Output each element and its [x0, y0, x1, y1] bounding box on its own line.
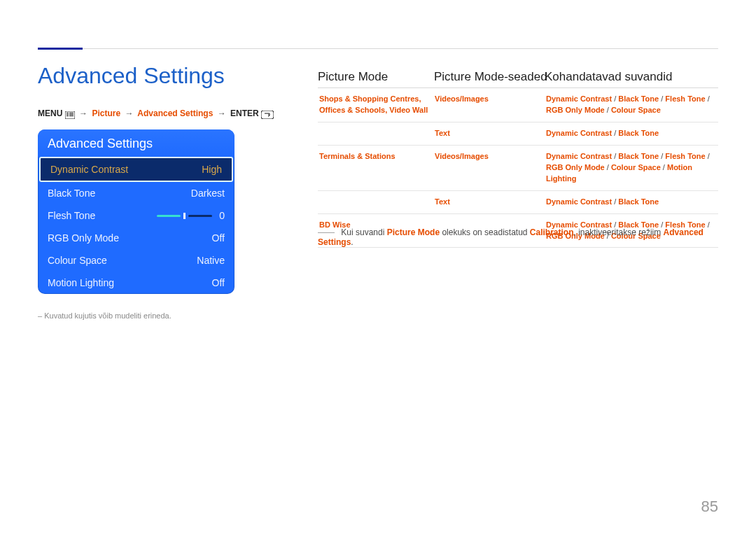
- cell-options: Dynamic Contrast / Black Tone / Flesh To…: [545, 146, 718, 190]
- svg-rect-2: [66, 114, 69, 115]
- footnote-em: Calibration: [530, 227, 574, 237]
- page-number: 85: [701, 498, 718, 516]
- footnote-text: olekuks on seadistatud: [440, 227, 530, 237]
- cell-options: Dynamic Contrast / Black Tone / Flesh To…: [545, 88, 718, 122]
- column-header-picture-mode: Picture Mode: [318, 70, 388, 84]
- osd-row-value: Native: [197, 255, 225, 266]
- osd-row[interactable]: Black ToneDarkest: [38, 182, 234, 204]
- osd-row-value: 0: [219, 210, 225, 221]
- osd-row-label: Motion Lighting: [48, 277, 114, 288]
- breadcrumb-crumb: Picture: [92, 108, 120, 118]
- osd-row-value: Off: [212, 232, 225, 244]
- table-row: TextDynamic Contrast / Black Tone: [318, 191, 718, 214]
- footnote-em: Picture Mode: [387, 227, 440, 237]
- breadcrumb-arrow: →: [218, 108, 226, 118]
- breadcrumb: MENU → Picture → Advanced Settings → ENT…: [38, 108, 274, 119]
- osd-panel: Advanced Settings Dynamic ContrastHighBl…: [38, 129, 234, 294]
- table-row: Shops & Shopping Centres, Offices & Scho…: [318, 88, 718, 122]
- osd-row-label: RGB Only Mode: [48, 232, 119, 244]
- column-header-picture-mode-seaded: Picture Mode-seaded: [434, 70, 547, 84]
- svg-rect-4: [69, 113, 74, 113]
- osd-row[interactable]: Dynamic ContrastHigh: [39, 157, 233, 182]
- footnote-text: Kui suvandi: [341, 227, 386, 237]
- osd-row-value: High: [202, 164, 222, 175]
- breadcrumb-arrow: →: [79, 108, 88, 118]
- cell-picture-mode-seaded: Text: [433, 191, 545, 213]
- osd-row-label: Flesh Tone: [48, 210, 95, 221]
- cell-picture-mode-seaded: Text: [433, 122, 545, 145]
- osd-row-label: Black Tone: [48, 188, 95, 199]
- menu-icon: [65, 109, 75, 119]
- cell-picture-mode-seaded: Videos/Images: [433, 146, 545, 190]
- osd-row-value: Off: [212, 277, 225, 288]
- cell-picture-mode: [318, 122, 433, 145]
- breadcrumb-crumb: Advanced Settings: [137, 108, 213, 118]
- enter-icon: [261, 109, 274, 119]
- osd-row[interactable]: RGB Only ModeOff: [38, 227, 234, 249]
- table-row: TextDynamic Contrast / Black Tone: [318, 122, 718, 146]
- osd-row-label: Dynamic Contrast: [50, 164, 128, 175]
- footnote: ―― Kui suvandi Picture Mode olekuks on s…: [318, 227, 718, 247]
- cell-options: Dynamic Contrast / Black Tone: [545, 122, 718, 145]
- osd-row-label: Colour Space: [48, 255, 107, 266]
- slider-icon: [157, 213, 212, 219]
- osd-title: Advanced Settings: [38, 129, 234, 157]
- osd-row-value: Darkest: [191, 188, 225, 199]
- cell-picture-mode-seaded: Videos/Images: [433, 88, 545, 122]
- accent-bar: [38, 48, 83, 50]
- osd-caption: – Kuvatud kujutis võib mudeliti erineda.: [38, 311, 172, 320]
- svg-rect-1: [66, 113, 69, 113]
- svg-rect-5: [69, 114, 74, 115]
- svg-rect-3: [66, 115, 69, 116]
- osd-row[interactable]: Motion LightingOff: [38, 272, 234, 294]
- svg-rect-7: [261, 111, 274, 119]
- cell-picture-mode: Terminals & Stations: [318, 146, 433, 190]
- cell-options: Dynamic Contrast / Black Tone: [545, 191, 718, 213]
- top-divider: [38, 48, 718, 49]
- osd-row[interactable]: Flesh Tone0: [38, 204, 234, 227]
- manual-page: Advanced Settings MENU → Picture → Advan…: [0, 0, 756, 534]
- breadcrumb-arrow: →: [125, 108, 133, 118]
- breadcrumb-menu-label: MENU: [38, 108, 62, 118]
- cell-picture-mode: [318, 191, 433, 213]
- table-row: Terminals & StationsVideos/ImagesDynamic…: [318, 146, 718, 191]
- column-header-kohandatavad-suvandid: Kohandatavad suvandid: [545, 70, 672, 84]
- page-title: Advanced Settings: [38, 63, 225, 89]
- cell-picture-mode: Shops & Shopping Centres, Offices & Scho…: [318, 88, 433, 122]
- svg-rect-6: [69, 115, 74, 116]
- svg-rect-0: [65, 111, 75, 119]
- footnote-dash: ――: [318, 227, 335, 237]
- osd-row[interactable]: Colour SpaceNative: [38, 249, 234, 272]
- breadcrumb-enter-label: ENTER: [230, 108, 259, 118]
- footnote-text: , inaktiveeritakse režiim: [574, 227, 664, 237]
- footnote-text: .: [351, 237, 353, 247]
- options-table: Shops & Shopping Centres, Offices & Scho…: [318, 88, 718, 248]
